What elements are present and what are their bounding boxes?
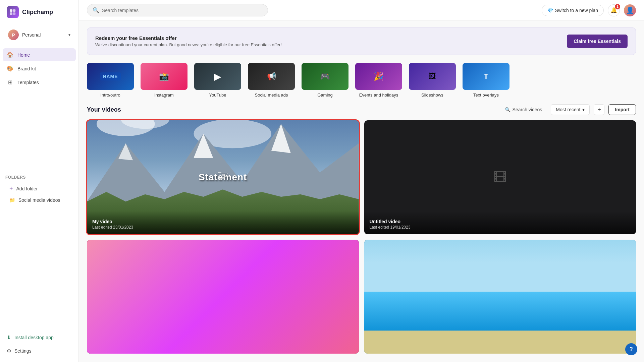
import-button[interactable]: Import	[608, 104, 636, 115]
sidebar-item-home[interactable]: 🏠 Home	[3, 48, 76, 61]
app-logo: Clipchamp	[0, 0, 78, 24]
template-slideshows[interactable]: 🖼 Slideshows	[409, 63, 456, 98]
search-videos-icon: 🔍	[505, 107, 511, 112]
diamond-icon: 💎	[547, 8, 553, 13]
notifications-badge: 1	[615, 4, 620, 9]
user-photo: 👤	[626, 6, 634, 14]
folders-label: FOLDERS	[5, 175, 73, 180]
template-text-overlays[interactable]: T Text overlays	[463, 63, 509, 98]
video-card-pink[interactable]	[87, 240, 359, 354]
brand-icon: 🎨	[7, 65, 13, 72]
search-templates-input[interactable]	[102, 8, 262, 13]
app-name: Clipchamp	[22, 9, 53, 16]
videos-section-header: Your videos 🔍 Search videos Most recent …	[87, 104, 636, 115]
template-text-overlays-label: Text overlays	[473, 93, 499, 98]
help-button[interactable]: ?	[625, 343, 637, 355]
page-content: Redeem your free Essentials offer We've …	[79, 21, 644, 362]
home-icon: 🏠	[7, 52, 13, 58]
sort-label: Most recent	[556, 107, 580, 112]
folder-icon: 📁	[9, 197, 15, 203]
template-slideshows-label: Slideshows	[421, 93, 443, 98]
header-right: 💎 Switch to a new plan 🔔 1 👤	[542, 4, 636, 16]
svg-rect-1	[13, 9, 15, 12]
template-thumb-intro-outro: NAME	[87, 63, 134, 90]
chevron-down-icon: ▾	[582, 107, 585, 112]
folders-section: FOLDERS + Add folder 📁 Social media vide…	[0, 170, 78, 208]
search-videos-button[interactable]: 🔍 Search videos	[500, 105, 547, 115]
sidebar-item-brand-kit[interactable]: 🎨 Brand kit	[3, 62, 76, 75]
switch-plan-button[interactable]: 💎 Switch to a new plan	[542, 5, 604, 16]
svg-rect-3	[13, 12, 15, 15]
svg-rect-16	[364, 330, 636, 354]
notifications-button[interactable]: 🔔 1	[608, 4, 620, 16]
search-icon: 🔍	[93, 7, 99, 13]
install-desktop-app[interactable]: ⬇ Install desktop app	[3, 331, 76, 344]
banner-text: Redeem your free Essentials offer We've …	[95, 35, 282, 47]
template-social-media-ads[interactable]: 📢 Social media ads	[248, 63, 295, 98]
svg-rect-0	[10, 9, 12, 12]
user-account[interactable]: P Personal ▾	[3, 25, 76, 44]
video-date-untitled: Last edited 19/01/2023	[370, 225, 631, 230]
claim-essentials-button[interactable]: Claim free Essentials	[567, 35, 628, 48]
film-icon: 🎞	[493, 170, 507, 185]
settings[interactable]: ⚙ Settings	[3, 345, 76, 357]
video-card-beach[interactable]	[364, 240, 636, 354]
video-name-untitled: Untitled video	[370, 219, 631, 224]
template-gaming[interactable]: 🎮 Gaming	[302, 63, 348, 98]
plus-icon: +	[597, 106, 601, 113]
video-info-my-video: My video Last edited 23/01/2023	[87, 211, 359, 234]
header: 🔍 💎 Switch to a new plan 🔔 1 👤	[79, 0, 644, 21]
sidebar-item-brand-kit-label: Brand kit	[17, 66, 36, 71]
video-date-my-video: Last edited 23/01/2023	[92, 225, 354, 230]
sidebar-item-home-label: Home	[17, 52, 30, 58]
video-name-my-video: My video	[92, 219, 354, 224]
videos-section-title: Your videos	[87, 106, 496, 113]
sort-dropdown[interactable]: Most recent ▾	[551, 104, 590, 115]
add-video-button[interactable]: +	[594, 104, 604, 115]
template-thumb-social-media-ads: 📢	[248, 63, 295, 90]
search-videos-label: Search videos	[513, 107, 542, 112]
video-card-untitled[interactable]: 🎞 Untitled video Last edited 19/01/2023	[364, 120, 636, 234]
video-info-untitled: Untitled video Last edited 19/01/2023	[364, 211, 636, 234]
template-intro-outro-label: Intro/outro	[100, 93, 120, 98]
svg-rect-2	[10, 12, 12, 15]
template-events-holidays-label: Events and holidays	[359, 93, 398, 98]
logo-icon	[7, 6, 19, 18]
video-card-my-video[interactable]: Statement ☞ My video Last edited 23/01/2…	[87, 120, 359, 234]
install-label: Install desktop app	[14, 335, 54, 340]
template-social-media-ads-label: Social media ads	[255, 93, 288, 98]
template-events-holidays[interactable]: 🎉 Events and holidays	[355, 63, 402, 98]
settings-label: Settings	[14, 348, 32, 354]
template-youtube-label: YouTube	[209, 93, 226, 98]
templates-strip: NAME Intro/outro 📸 Instagram ▶	[87, 60, 636, 102]
template-gaming-label: Gaming	[317, 93, 333, 98]
search-templates-box[interactable]: 🔍	[87, 4, 268, 16]
template-thumb-events-holidays: 🎉	[355, 63, 402, 90]
sidebar-item-templates[interactable]: ⊞ Templates	[3, 76, 76, 89]
sidebar-item-templates-label: Templates	[17, 80, 39, 85]
sidebar-bottom: ⬇ Install desktop app ⚙ Settings	[0, 327, 78, 362]
user-avatar-header[interactable]: 👤	[624, 4, 636, 16]
videos-grid: Statement ☞ My video Last edited 23/01/2…	[87, 120, 636, 354]
template-instagram-label: Instagram	[154, 93, 174, 98]
folder-social-media-label: Social media videos	[18, 197, 60, 203]
download-icon: ⬇	[7, 335, 11, 341]
template-thumb-youtube: ▶	[194, 63, 241, 90]
video-overlay-text: Statement	[199, 172, 247, 183]
folder-social-media[interactable]: 📁 Social media videos	[5, 195, 73, 205]
template-intro-outro[interactable]: NAME Intro/outro	[87, 63, 134, 98]
chevron-down-icon: ▾	[68, 33, 70, 37]
template-thumb-gaming: 🎮	[302, 63, 348, 90]
template-thumb-slideshows: 🖼	[409, 63, 456, 90]
template-youtube[interactable]: ▶ YouTube	[194, 63, 241, 98]
template-thumb-instagram: 📸	[141, 63, 187, 90]
video-thumb-beach	[364, 240, 636, 354]
template-instagram[interactable]: 📸 Instagram	[141, 63, 187, 98]
help-icon: ?	[630, 346, 633, 352]
template-thumb-text-overlays: T	[463, 63, 509, 90]
templates-icon: ⊞	[7, 79, 13, 85]
avatar: P	[8, 29, 19, 40]
add-folder-label: Add folder	[16, 186, 38, 191]
add-folder[interactable]: + Add folder	[5, 182, 73, 195]
banner-title: Redeem your free Essentials offer	[95, 35, 282, 41]
